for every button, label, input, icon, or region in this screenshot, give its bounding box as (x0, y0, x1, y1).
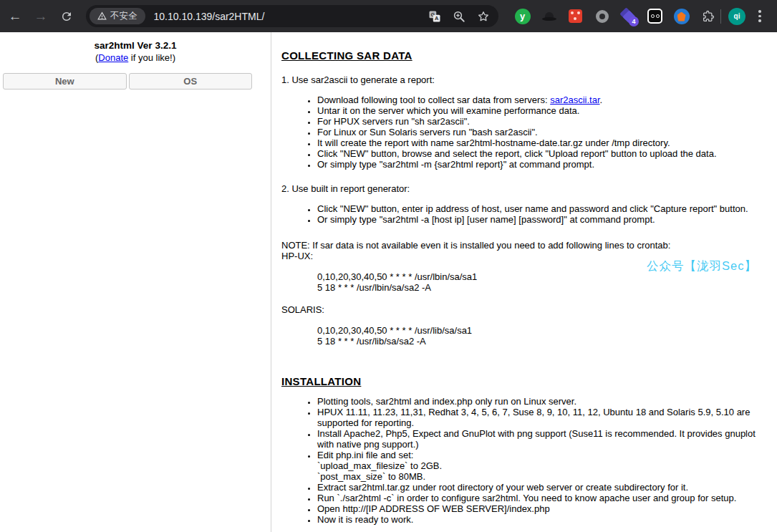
toolbar-divider (720, 9, 721, 24)
main-content: COLLECTING SAR DATA 1. Use sar2ascii to … (271, 32, 777, 532)
list-item: Or simply type "sar2html -m {sar2html re… (317, 159, 771, 170)
donate-link[interactable]: Donate (98, 52, 128, 63)
list-item: Now it is ready to work. (317, 514, 771, 525)
page-content: sar2html Ver 3.2.1 (Donate if you like!)… (0, 32, 777, 532)
translate-icon[interactable]: G A (428, 10, 441, 23)
extensions-puzzle-icon[interactable] (700, 8, 716, 24)
sidebar-buttons: New OS (3, 73, 252, 90)
security-chip[interactable]: 不安全 (90, 8, 145, 24)
list-item: Click "NEW" button, enter ip address of … (317, 203, 771, 214)
bullet-text: Download following tool to collect sar d… (317, 95, 550, 105)
list-item: Plotting tools, sar2html and index.php o… (317, 396, 771, 407)
browser-toolbar: ← → 不安全 10.10.10.139/sar2HTML/ G A (0, 0, 777, 32)
warning-triangle-icon (97, 11, 107, 21)
sidebar: sar2html Ver 3.2.1 (Donate if you like!)… (0, 32, 271, 532)
list-item: Open http://[IP ADDRESS OF WEB SERVER]/i… (317, 503, 771, 514)
list-item: Download following tool to collect sar d… (317, 95, 771, 105)
extension-gray-ring-icon[interactable] (594, 8, 610, 24)
list-item: Or simply type "sar2html -a [host ip] [u… (317, 214, 771, 225)
installation-bullet-list: Plotting tools, sar2html and index.php o… (281, 396, 771, 525)
extension-hackbar-icon[interactable] (647, 8, 663, 24)
list-item: Click "NEW" button, browse and select th… (317, 148, 771, 159)
hpux-label: HP-UX: (281, 251, 771, 261)
bookmark-star-icon[interactable] (477, 10, 490, 23)
reload-icon (60, 10, 73, 23)
sar2ascii-tar-link[interactable]: sar2ascii.tar (550, 95, 599, 105)
note-text: NOTE: If sar data is not available even … (281, 240, 771, 251)
collecting-heading: COLLECTING SAR DATA (281, 50, 771, 61)
step1-title: 1. Use sar2ascii to generate a report: (281, 74, 771, 85)
list-item: Run `./sar2html -c` in order to configur… (317, 493, 771, 503)
bullet-text: . (600, 95, 603, 105)
extension-green-y-icon[interactable]: y (514, 8, 531, 24)
profile-avatar[interactable]: qi (728, 8, 745, 25)
list-item: Edit php.ini file and set: `upload_max_f… (317, 450, 771, 482)
new-button[interactable]: New (3, 73, 127, 90)
security-chip-label: 不安全 (110, 10, 137, 22)
svg-text:A: A (435, 15, 439, 21)
forward-button[interactable]: → (30, 6, 52, 27)
address-bar[interactable]: 不安全 10.10.10.139/sar2HTML/ G A (86, 5, 498, 27)
extensions-row: y 4 (514, 8, 716, 24)
zoom-page-icon[interactable] (453, 10, 465, 23)
list-item: Install Apache2, Php5, Expect and GnuPlo… (317, 428, 771, 450)
extension-red-cube-icon[interactable] (567, 8, 584, 24)
solaris-label: SOLARIS: (281, 304, 771, 315)
extension-badge: 4 (629, 16, 639, 26)
extension-foxyproxy-icon[interactable] (673, 8, 690, 24)
donate-line: (Donate if you like!) (0, 52, 271, 63)
donate-suffix: if you like!) (128, 52, 175, 63)
back-button[interactable]: ← (4, 6, 26, 27)
list-item: For HPUX servers run "sh sar2ascii". (317, 116, 771, 127)
list-item: HPUX 11.11, 11.23, 11,31, Redhat 3, 4, 5… (317, 407, 771, 428)
installation-heading: INSTALLATION (281, 376, 771, 387)
list-item: Untar it on the server which you will ex… (317, 105, 771, 116)
step2-title: 2. Use built in report generator: (281, 183, 771, 194)
app-title: sar2html Ver 3.2.1 (0, 40, 271, 51)
url-text[interactable]: 10.10.10.139/sar2HTML/ (154, 11, 429, 22)
os-button[interactable]: OS (129, 73, 253, 90)
solaris-crontab-lines: 0,10,20,30,40,50 * * * * /usr/lib/sa/sa1… (317, 325, 771, 347)
step1-bullet-list: Download following tool to collect sar d… (281, 95, 771, 170)
extension-purple-diamond-icon[interactable]: 4 (620, 8, 637, 24)
reload-button[interactable] (56, 6, 77, 27)
list-item: For Linux or Sun Solaris servers run "ba… (317, 127, 771, 137)
puzzle-icon (702, 10, 715, 23)
browser-menu-button[interactable] (756, 7, 764, 25)
step2-bullet-list: Click "NEW" button, enter ip address of … (281, 203, 771, 225)
hpux-crontab-lines: 0,10,20,30,40,50 * * * * /usr/lbin/sa/sa… (317, 271, 771, 293)
list-item: It will create the report with name sar2… (317, 137, 771, 148)
list-item: Extract sar2html.tar.gz under root direc… (317, 482, 771, 493)
extension-hat-icon[interactable] (541, 8, 557, 24)
